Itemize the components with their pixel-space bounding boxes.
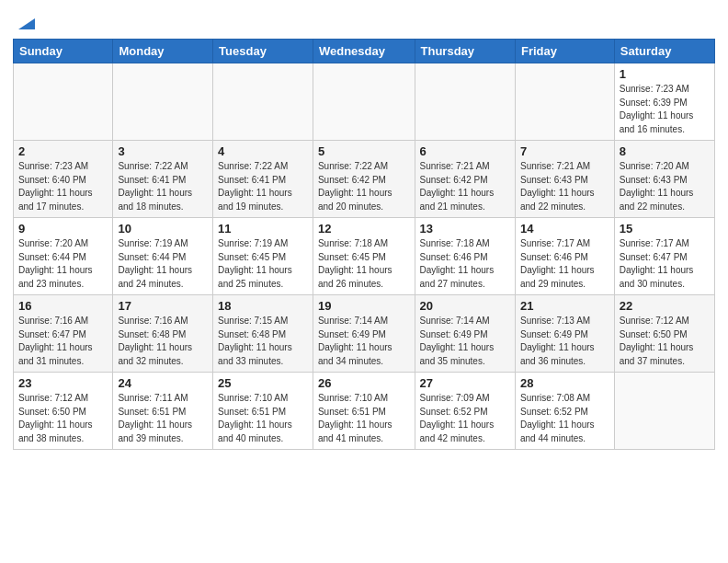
day-info: Sunrise: 7:21 AM Sunset: 6:43 PM Dayligh… (520, 160, 609, 213)
day-cell (313, 63, 415, 141)
day-cell: 28Sunrise: 7:08 AM Sunset: 6:52 PM Dayli… (515, 373, 614, 450)
day-info: Sunrise: 7:20 AM Sunset: 6:43 PM Dayligh… (620, 160, 710, 213)
day-number: 13 (420, 222, 510, 236)
day-number: 2 (18, 144, 108, 158)
day-cell (113, 63, 213, 141)
day-cell (515, 63, 614, 141)
weekday-header-wednesday: Wednesday (313, 40, 415, 63)
day-info: Sunrise: 7:17 AM Sunset: 6:46 PM Dayligh… (520, 237, 609, 291)
day-info: Sunrise: 7:21 AM Sunset: 6:42 PM Dayligh… (420, 160, 510, 213)
week-row-4: 16Sunrise: 7:16 AM Sunset: 6:47 PM Dayli… (14, 295, 715, 373)
day-info: Sunrise: 7:16 AM Sunset: 6:47 PM Dayligh… (18, 315, 108, 368)
week-row-1: 1Sunrise: 7:23 AM Sunset: 6:39 PM Daylig… (14, 63, 715, 141)
weekday-header-saturday: Saturday (614, 40, 714, 63)
day-cell: 22Sunrise: 7:12 AM Sunset: 6:50 PM Dayli… (614, 295, 714, 373)
weekday-header-thursday: Thursday (415, 40, 515, 63)
day-number: 18 (218, 299, 308, 313)
day-number: 11 (218, 222, 308, 236)
day-cell (415, 63, 515, 141)
header (13, 9, 715, 33)
day-number: 24 (118, 376, 208, 390)
week-row-3: 9Sunrise: 7:20 AM Sunset: 6:44 PM Daylig… (14, 218, 715, 295)
day-info: Sunrise: 7:14 AM Sunset: 6:49 PM Dayligh… (420, 315, 510, 368)
day-info: Sunrise: 7:18 AM Sunset: 6:46 PM Dayligh… (420, 237, 510, 291)
day-number: 27 (420, 376, 510, 390)
day-info: Sunrise: 7:11 AM Sunset: 6:51 PM Dayligh… (118, 392, 208, 445)
day-cell: 6Sunrise: 7:21 AM Sunset: 6:42 PM Daylig… (415, 141, 515, 218)
weekday-header-row: SundayMondayTuesdayWednesdayThursdayFrid… (14, 40, 715, 63)
svg-marker-0 (18, 18, 35, 29)
day-cell: 18Sunrise: 7:15 AM Sunset: 6:48 PM Dayli… (213, 295, 313, 373)
day-number: 21 (520, 299, 609, 313)
week-row-5: 23Sunrise: 7:12 AM Sunset: 6:50 PM Dayli… (14, 373, 715, 450)
day-info: Sunrise: 7:08 AM Sunset: 6:52 PM Dayligh… (520, 392, 609, 445)
week-row-2: 2Sunrise: 7:23 AM Sunset: 6:40 PM Daylig… (14, 141, 715, 218)
day-cell: 23Sunrise: 7:12 AM Sunset: 6:50 PM Dayli… (14, 373, 113, 450)
day-cell: 16Sunrise: 7:16 AM Sunset: 6:47 PM Dayli… (14, 295, 113, 373)
day-number: 19 (318, 299, 410, 313)
day-cell: 14Sunrise: 7:17 AM Sunset: 6:46 PM Dayli… (515, 218, 614, 295)
day-cell: 24Sunrise: 7:11 AM Sunset: 6:51 PM Dayli… (113, 373, 213, 450)
day-info: Sunrise: 7:23 AM Sunset: 6:39 PM Dayligh… (620, 83, 710, 136)
day-info: Sunrise: 7:09 AM Sunset: 6:52 PM Dayligh… (420, 392, 510, 445)
day-info: Sunrise: 7:10 AM Sunset: 6:51 PM Dayligh… (218, 392, 308, 445)
day-info: Sunrise: 7:12 AM Sunset: 6:50 PM Dayligh… (620, 315, 710, 368)
day-cell: 4Sunrise: 7:22 AM Sunset: 6:41 PM Daylig… (213, 141, 313, 218)
day-info: Sunrise: 7:20 AM Sunset: 6:44 PM Dayligh… (18, 237, 108, 291)
day-number: 22 (620, 299, 710, 313)
day-number: 10 (118, 222, 208, 236)
day-cell: 8Sunrise: 7:20 AM Sunset: 6:43 PM Daylig… (614, 141, 714, 218)
weekday-header-friday: Friday (515, 40, 614, 63)
day-number: 26 (318, 376, 410, 390)
day-info: Sunrise: 7:12 AM Sunset: 6:50 PM Dayligh… (18, 392, 108, 445)
day-number: 1 (620, 67, 710, 81)
day-info: Sunrise: 7:19 AM Sunset: 6:44 PM Dayligh… (118, 237, 208, 291)
day-number: 16 (18, 299, 108, 313)
day-cell: 9Sunrise: 7:20 AM Sunset: 6:44 PM Daylig… (14, 218, 113, 295)
day-number: 12 (318, 222, 410, 236)
day-cell: 10Sunrise: 7:19 AM Sunset: 6:44 PM Dayli… (113, 218, 213, 295)
day-cell: 5Sunrise: 7:22 AM Sunset: 6:42 PM Daylig… (313, 141, 415, 218)
day-info: Sunrise: 7:22 AM Sunset: 6:42 PM Dayligh… (318, 160, 410, 213)
day-number: 20 (420, 299, 510, 313)
day-cell: 21Sunrise: 7:13 AM Sunset: 6:49 PM Dayli… (515, 295, 614, 373)
day-number: 28 (520, 376, 609, 390)
day-info: Sunrise: 7:15 AM Sunset: 6:48 PM Dayligh… (218, 315, 308, 368)
day-number: 17 (118, 299, 208, 313)
weekday-header-sunday: Sunday (14, 40, 113, 63)
logo-icon (15, 13, 35, 33)
day-number: 5 (318, 144, 410, 158)
day-cell: 2Sunrise: 7:23 AM Sunset: 6:40 PM Daylig… (14, 141, 113, 218)
day-number: 6 (420, 144, 510, 158)
day-cell: 11Sunrise: 7:19 AM Sunset: 6:45 PM Dayli… (213, 218, 313, 295)
day-info: Sunrise: 7:22 AM Sunset: 6:41 PM Dayligh… (218, 160, 308, 213)
weekday-header-tuesday: Tuesday (213, 40, 313, 63)
day-cell: 20Sunrise: 7:14 AM Sunset: 6:49 PM Dayli… (415, 295, 515, 373)
day-cell: 25Sunrise: 7:10 AM Sunset: 6:51 PM Dayli… (213, 373, 313, 450)
day-cell: 12Sunrise: 7:18 AM Sunset: 6:45 PM Dayli… (313, 218, 415, 295)
day-number: 4 (218, 144, 308, 158)
day-cell (213, 63, 313, 141)
day-cell: 13Sunrise: 7:18 AM Sunset: 6:46 PM Dayli… (415, 218, 515, 295)
day-number: 3 (118, 144, 208, 158)
day-number: 23 (18, 376, 108, 390)
day-number: 8 (620, 144, 710, 158)
day-cell: 17Sunrise: 7:16 AM Sunset: 6:48 PM Dayli… (113, 295, 213, 373)
weekday-header-monday: Monday (113, 40, 213, 63)
day-cell: 27Sunrise: 7:09 AM Sunset: 6:52 PM Dayli… (415, 373, 515, 450)
day-cell: 19Sunrise: 7:14 AM Sunset: 6:49 PM Dayli… (313, 295, 415, 373)
day-info: Sunrise: 7:16 AM Sunset: 6:48 PM Dayligh… (118, 315, 208, 368)
day-cell: 3Sunrise: 7:22 AM Sunset: 6:41 PM Daylig… (113, 141, 213, 218)
day-number: 15 (620, 222, 710, 236)
logo (13, 13, 35, 33)
day-cell: 15Sunrise: 7:17 AM Sunset: 6:47 PM Dayli… (614, 218, 714, 295)
day-cell (614, 373, 714, 450)
day-cell (14, 63, 113, 141)
day-info: Sunrise: 7:18 AM Sunset: 6:45 PM Dayligh… (318, 237, 410, 291)
day-info: Sunrise: 7:19 AM Sunset: 6:45 PM Dayligh… (218, 237, 308, 291)
day-number: 14 (520, 222, 609, 236)
day-info: Sunrise: 7:10 AM Sunset: 6:51 PM Dayligh… (318, 392, 410, 445)
day-info: Sunrise: 7:22 AM Sunset: 6:41 PM Dayligh… (118, 160, 208, 213)
page: SundayMondayTuesdayWednesdayThursdayFrid… (0, 0, 728, 563)
day-number: 9 (18, 222, 108, 236)
